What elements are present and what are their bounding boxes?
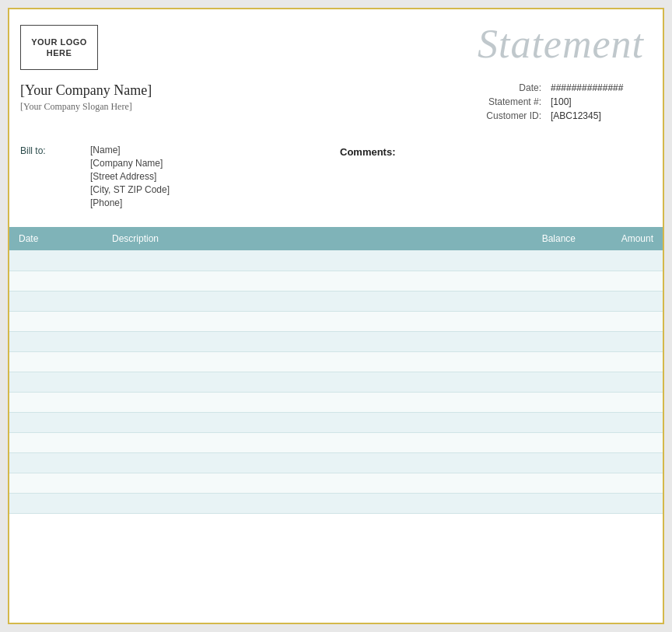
cell-amount <box>585 432 663 452</box>
cell-desc <box>103 412 492 432</box>
table-row <box>9 250 663 271</box>
statement-row: Statement #: [100] <box>473 96 644 107</box>
bill-to-address: [Street Address] <box>90 171 170 182</box>
cell-desc <box>103 392 492 412</box>
cell-amount <box>585 372 663 392</box>
cell-balance <box>492 271 585 291</box>
cell-date <box>9 331 103 351</box>
comments-area: Comments: <box>324 145 644 208</box>
table-row <box>9 452 663 473</box>
col-header-date: Date <box>9 227 103 250</box>
table-row <box>9 473 663 493</box>
cell-amount <box>585 452 663 473</box>
cell-desc <box>103 291 492 311</box>
cell-amount <box>585 351 663 372</box>
cell-balance <box>492 432 585 452</box>
cell-desc <box>103 311 492 331</box>
cell-date <box>9 412 103 432</box>
cell-balance <box>492 250 585 271</box>
statement-title: Statement <box>478 21 644 67</box>
cell-desc <box>103 493 492 513</box>
cell-date <box>9 250 103 271</box>
bill-to-company: [Company Name] <box>90 158 170 169</box>
col-header-balance: Balance <box>492 227 585 250</box>
cell-balance <box>492 493 585 513</box>
cell-desc <box>103 372 492 392</box>
cell-balance <box>492 473 585 493</box>
bill-to-name: [Name] <box>90 145 170 155</box>
company-left: [Your Company Name] [Your Company Slogan… <box>20 82 152 113</box>
company-name: [Your Company Name] <box>20 82 152 99</box>
date-row: Date: ############## <box>473 82 644 93</box>
company-slogan: [Your Company Slogan Here] <box>20 101 152 113</box>
customer-value: [ABC12345] <box>551 110 644 121</box>
cell-desc <box>103 250 492 271</box>
cell-date <box>9 493 103 513</box>
customer-label: Customer ID: <box>473 110 551 121</box>
bill-to-details: [Name] [Company Name] [Street Address] [… <box>90 145 170 208</box>
cell-desc <box>103 271 492 291</box>
customer-row: Customer ID: [ABC12345] <box>473 110 644 121</box>
cell-date <box>9 473 103 493</box>
cell-balance <box>492 412 585 432</box>
cell-balance <box>492 331 585 351</box>
cell-date <box>9 372 103 392</box>
cell-desc <box>103 473 492 493</box>
date-label: Date: <box>473 82 551 93</box>
cell-amount <box>585 271 663 291</box>
statement-page: YOUR LOGO HERE Statement [Your Company N… <box>8 8 664 624</box>
col-header-desc: Description <box>103 227 492 250</box>
cell-balance <box>492 291 585 311</box>
cell-date <box>9 291 103 311</box>
bill-to-area: Bill to: [Name] [Company Name] [Street A… <box>20 145 324 208</box>
cell-date <box>9 311 103 331</box>
table-row <box>9 351 663 372</box>
statement-table: Date Description Balance Amount <box>9 227 663 514</box>
logo-text: YOUR LOGO HERE <box>31 37 87 59</box>
table-row <box>9 432 663 452</box>
table-section: Date Description Balance Amount <box>9 227 663 514</box>
table-row <box>9 291 663 311</box>
cell-amount <box>585 311 663 331</box>
cell-amount <box>585 250 663 271</box>
table-row <box>9 493 663 513</box>
cell-desc <box>103 432 492 452</box>
cell-amount <box>585 392 663 412</box>
table-row <box>9 331 663 351</box>
cell-amount <box>585 493 663 513</box>
cell-date <box>9 432 103 452</box>
table-body <box>9 250 663 513</box>
cell-date <box>9 351 103 372</box>
table-row <box>9 372 663 392</box>
cell-desc <box>103 452 492 473</box>
date-value: ############## <box>551 82 644 93</box>
cell-desc <box>103 331 492 351</box>
company-info-section: [Your Company Name] [Your Company Slogan… <box>9 78 663 129</box>
cell-date <box>9 271 103 291</box>
cell-amount <box>585 331 663 351</box>
table-row <box>9 392 663 412</box>
cell-balance <box>492 452 585 473</box>
cell-date <box>9 392 103 412</box>
comments-label: Comments: <box>340 146 396 158</box>
cell-date <box>9 452 103 473</box>
cell-balance <box>492 392 585 412</box>
statement-label: Statement #: <box>473 96 551 107</box>
bill-to-phone: [Phone] <box>90 197 170 208</box>
statement-value: [100] <box>551 96 644 107</box>
cell-balance <box>492 372 585 392</box>
cell-amount <box>585 291 663 311</box>
bill-to-city: [City, ST ZIP Code] <box>90 184 170 195</box>
bill-comments-section: Bill to: [Name] [Company Name] [Street A… <box>9 129 663 227</box>
cell-balance <box>492 311 585 331</box>
cell-balance <box>492 351 585 372</box>
table-row <box>9 412 663 432</box>
cell-amount <box>585 473 663 493</box>
meta-info: Date: ############## Statement #: [100] … <box>473 82 644 121</box>
bill-to-label: Bill to: <box>20 145 90 208</box>
cell-desc <box>103 351 492 372</box>
table-row <box>9 271 663 291</box>
col-header-amount: Amount <box>585 227 663 250</box>
table-header-row: Date Description Balance Amount <box>9 227 663 250</box>
header-section: YOUR LOGO HERE Statement <box>9 9 663 78</box>
